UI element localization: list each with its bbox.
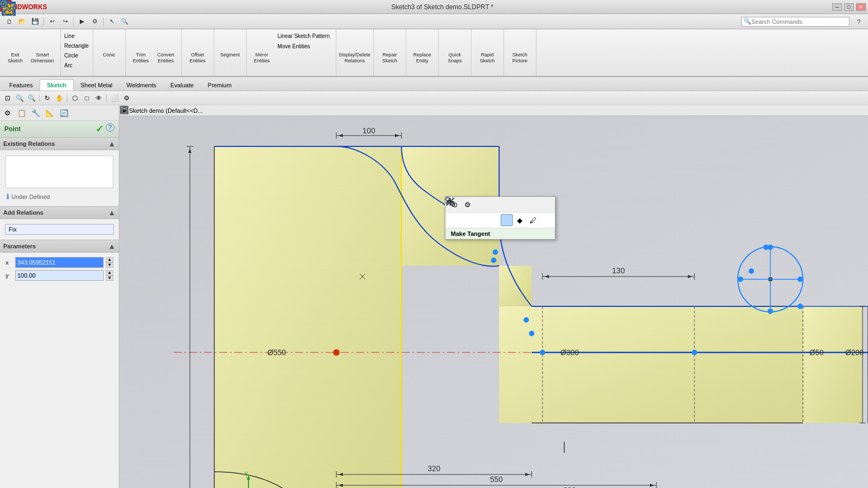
x-down-button[interactable]: ▼	[106, 262, 113, 268]
qa-zoom[interactable]: 🔍	[119, 16, 131, 28]
exit-sketch-button[interactable]: ExitSketch	[3, 31, 27, 66]
panel-icon-4[interactable]: 📐	[43, 106, 56, 119]
popup-arc-icon[interactable]	[488, 214, 500, 226]
move-entities-button[interactable]: Move Entities	[275, 42, 333, 51]
hide-show-button[interactable]: 👁	[93, 93, 104, 104]
popup-sketch-icon[interactable]: 🖊	[527, 214, 539, 226]
rapid-sketch-label: RapidSketch	[480, 52, 495, 64]
pan-button[interactable]: ✋	[54, 93, 65, 104]
view-orientation-button[interactable]: ⬡	[69, 93, 80, 104]
conic-button[interactable]: Conic	[97, 31, 121, 60]
y-up-button[interactable]: ▲	[106, 270, 113, 275]
zoom-fit-button[interactable]: ⊡	[2, 93, 13, 104]
line-button[interactable]: Line	[62, 31, 92, 41]
quick-snaps-button[interactable]: QuickSnaps	[443, 31, 467, 66]
qa-save[interactable]: 💾	[29, 16, 41, 28]
offset-entities-button[interactable]: OffsetEntities	[186, 31, 209, 66]
help-button[interactable]: ?	[853, 16, 865, 28]
ribbon-rapid-buttons: RapidSketch	[475, 31, 499, 75]
rotate-view-button[interactable]: ↻	[42, 93, 53, 104]
existing-relations-body: ℹ Under Defined	[0, 150, 119, 206]
point-header: Point ✓ ?	[0, 121, 119, 137]
svg-text:Ø300: Ø300	[560, 348, 579, 357]
arc-button[interactable]: Arc	[62, 61, 92, 70]
trim-entities-button[interactable]: TrimEntities	[129, 31, 153, 66]
quick-snaps-label: QuickSnaps	[448, 52, 462, 64]
help-icon[interactable]: ?	[106, 123, 114, 132]
exit-sketch-icon	[7, 34, 24, 51]
panel-icon-1[interactable]: ⚙	[1, 106, 14, 119]
ribbon-group-picture: SketchPicture	[504, 29, 537, 76]
convert-entities-icon	[157, 34, 175, 51]
tab-premium[interactable]: Premium	[201, 79, 239, 91]
tab-weldments[interactable]: Weldments	[119, 79, 163, 91]
repair-sketch-button[interactable]: RepairSketch	[378, 31, 401, 66]
sketch-svg: 100 130 Ø550 Ø300 Ø50 Ø200	[119, 116, 868, 488]
left-panel: ⚙ 📋 🔧 📐 🔄 Point ✓ ? Existing Relations ▲	[0, 105, 119, 488]
tab-sketch[interactable]: Sketch	[40, 79, 73, 91]
circle-button[interactable]: Circle	[62, 51, 92, 60]
qa-rebuild[interactable]: ▶	[76, 16, 88, 28]
minimize-button[interactable]: ─	[832, 3, 842, 11]
tab-features[interactable]: Features	[2, 79, 40, 91]
y-input[interactable]	[15, 270, 104, 281]
vt-sep2	[67, 94, 67, 102]
popup-diamond-icon[interactable]: ◆	[514, 214, 526, 226]
maximize-button[interactable]: □	[844, 3, 854, 11]
popup-hline-icon[interactable]	[462, 214, 474, 226]
rectangle-button[interactable]: Rectangle	[62, 41, 92, 50]
trim-entities-icon	[132, 34, 150, 51]
qa-select[interactable]: ↖	[106, 16, 118, 28]
popup-tangent-active-icon[interactable]	[501, 214, 513, 226]
panel-icon-2[interactable]: 📋	[15, 106, 28, 119]
sketch-canvas[interactable]: 100 130 Ø550 Ø300 Ø50 Ø200	[119, 116, 868, 488]
qa-open[interactable]: 📂	[16, 16, 28, 28]
smart-dimension-button[interactable]: 20 SmartDimension	[28, 31, 57, 66]
existing-relations-header[interactable]: Existing Relations ▲	[0, 137, 119, 150]
x-up-button[interactable]: ▲	[106, 257, 113, 262]
y-down-button[interactable]: ▼	[106, 275, 113, 281]
vt-sep3	[106, 94, 107, 102]
replace-entity-button[interactable]: ReplaceEntity	[410, 31, 434, 66]
qa-options[interactable]: ⚙	[89, 16, 101, 28]
tab-evaluate[interactable]: Evaluate	[163, 79, 201, 91]
panel-icon-5[interactable]: 🔄	[58, 106, 71, 119]
quick-access-toolbar: 🗋 📂 💾 ↩ ↪ ▶ ⚙ ↖ 🔍 🔍 ?	[0, 14, 868, 29]
display-delete-relations-button[interactable]: Display/DeleteRelations	[340, 31, 370, 66]
rapid-sketch-button[interactable]: RapidSketch	[475, 31, 499, 66]
search-box[interactable]: 🔍	[741, 17, 850, 27]
qa-redo[interactable]: ↪	[59, 16, 71, 28]
x-input[interactable]	[15, 257, 104, 268]
convert-entities-button[interactable]: ConvertEntities	[154, 31, 178, 66]
sketch-picture-label: SketchPicture	[512, 52, 527, 64]
popup-line-icon[interactable]	[449, 214, 461, 226]
zoom-out-button[interactable]: 🔍	[26, 93, 37, 104]
panel-icon-3[interactable]: 🔧	[29, 106, 42, 119]
confirm-button[interactable]: ✓	[95, 123, 104, 135]
segment-button[interactable]: Segment	[218, 31, 242, 60]
add-relations-header[interactable]: Add Relations ▲	[0, 206, 119, 219]
zoom-in-button[interactable]: 🔍	[14, 93, 25, 104]
popup-connect-icon[interactable]	[540, 214, 552, 226]
y-label: y	[5, 272, 13, 279]
qa-undo[interactable]: ↩	[46, 16, 58, 28]
parameters-header[interactable]: Parameters ▲	[0, 240, 119, 253]
relations-list	[5, 156, 113, 188]
linear-pattern-button[interactable]: Linear Sketch Pattern	[275, 31, 333, 41]
display-style-button[interactable]: □	[81, 93, 92, 104]
view-settings-button[interactable]: ⚙	[121, 93, 132, 104]
search-input[interactable]	[751, 18, 838, 25]
sketch-picture-button[interactable]: SketchPicture	[508, 31, 532, 66]
rapid-sketch-icon	[478, 34, 496, 51]
circle-label: Circle	[65, 53, 79, 59]
popup-gear-icon[interactable]: ⚙	[462, 198, 474, 210]
svg-text:130: 130	[612, 266, 625, 275]
ribbon-group-rapid: RapidSketch	[471, 29, 504, 76]
fix-relation-item[interactable]: Fix	[5, 224, 114, 235]
mirror-entities-button[interactable]: MirrorEntities	[250, 31, 274, 66]
make-tangent-item[interactable]: Make Tangent	[445, 228, 555, 239]
tab-sheet-metal[interactable]: Sheet Metal	[74, 79, 120, 91]
popup-perpend-icon[interactable]	[475, 214, 487, 226]
section-view-button[interactable]: ⬜	[109, 93, 120, 104]
exit-sketch-label: ExitSketch	[8, 52, 23, 64]
